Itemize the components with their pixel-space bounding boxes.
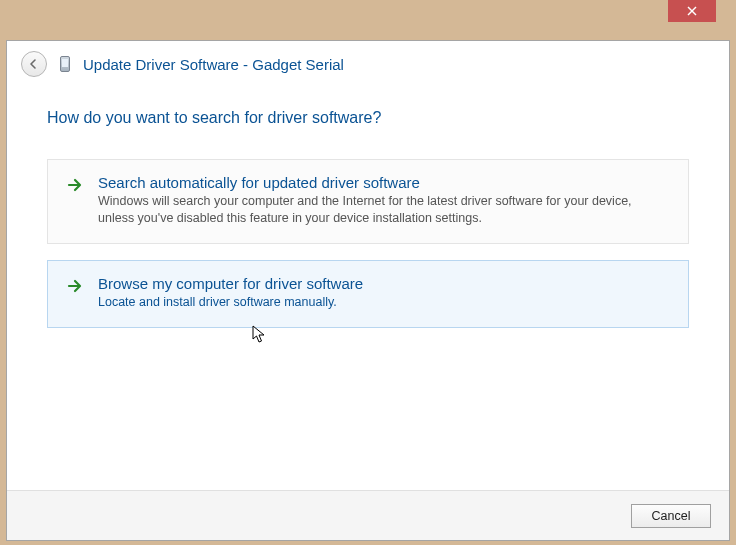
back-button[interactable] (21, 51, 47, 77)
option-description: Windows will search your computer and th… (98, 193, 670, 227)
option-text: Browse my computer for driver software L… (98, 275, 670, 311)
option-search-automatically[interactable]: Search automatically for updated driver … (47, 159, 689, 244)
device-icon (57, 54, 73, 74)
content-area: How do you want to search for driver sof… (7, 91, 729, 328)
close-button[interactable] (668, 0, 716, 22)
option-description: Locate and install driver software manua… (98, 294, 670, 311)
option-text: Search automatically for updated driver … (98, 174, 670, 227)
footer-bar: Cancel (7, 490, 729, 540)
header-bar: Update Driver Software - Gadget Serial (7, 41, 729, 91)
window-title: Update Driver Software - Gadget Serial (83, 56, 344, 73)
page-heading: How do you want to search for driver sof… (47, 109, 689, 127)
option-browse-computer[interactable]: Browse my computer for driver software L… (47, 260, 689, 328)
arrow-right-icon (66, 176, 84, 194)
cancel-button[interactable]: Cancel (631, 504, 711, 528)
close-icon (687, 6, 697, 16)
option-title: Browse my computer for driver software (98, 275, 670, 292)
back-arrow-icon (28, 58, 40, 70)
arrow-right-icon (66, 277, 84, 295)
dialog-window: Update Driver Software - Gadget Serial H… (6, 40, 730, 541)
option-title: Search automatically for updated driver … (98, 174, 670, 191)
